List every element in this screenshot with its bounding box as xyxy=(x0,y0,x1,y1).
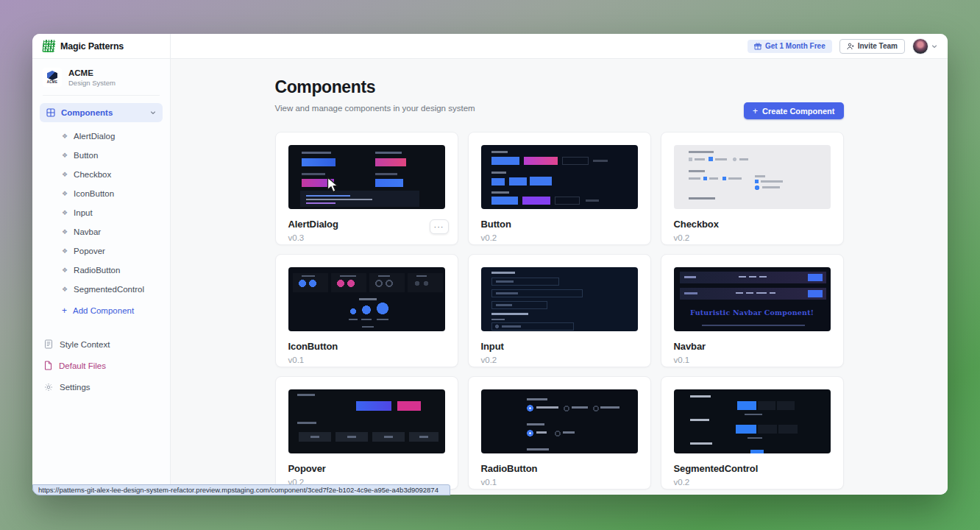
sidebar-item-input[interactable]: ❖Input xyxy=(32,203,170,222)
component-icon: ❖ xyxy=(62,229,68,236)
workspace-subtitle: Design System xyxy=(68,79,116,87)
get-month-free-button[interactable]: Get 1 Month Free xyxy=(748,40,832,53)
sidebar: ACME ACME Design System Components ❖Aler… xyxy=(32,59,171,495)
workspace-switcher[interactable]: ACME ACME Design System xyxy=(32,59,170,95)
magic-patterns-logo-icon xyxy=(42,40,56,52)
sidebar-divider xyxy=(43,95,160,96)
workspace-name: ACME xyxy=(68,68,116,77)
card-name: Navbar xyxy=(674,341,831,352)
navbar-thumbnail-text: Futuristic Navbar Component! xyxy=(674,308,831,317)
brand[interactable]: Magic Patterns xyxy=(32,34,171,58)
radiobutton-thumbnail xyxy=(481,389,638,453)
component-card-segmentedcontrol[interactable]: SegmentedControl v0.2 xyxy=(661,376,844,490)
sidebar-item-label: Input xyxy=(74,208,93,217)
document-icon xyxy=(44,339,53,349)
chevron-down-icon xyxy=(931,43,937,49)
card-name: Popover xyxy=(288,463,445,474)
sidebar-item-segmentedcontrol[interactable]: ❖SegmentedControl xyxy=(32,280,170,299)
component-card-checkbox[interactable]: Checkbox v0.2 xyxy=(661,132,844,245)
main-content: Components View and manage components in… xyxy=(171,59,948,495)
button-thumbnail xyxy=(481,145,638,209)
component-icon: ❖ xyxy=(62,191,68,197)
gear-icon xyxy=(44,383,53,392)
popover-thumbnail xyxy=(288,389,445,453)
app-window: Magic Patterns Get 1 Month Free Invite T… xyxy=(32,34,948,495)
component-icon: ❖ xyxy=(62,172,68,178)
sidebar-item-label: RadioButton xyxy=(74,266,120,275)
sidebar-item-label: AlertDialog xyxy=(74,132,115,141)
alertdialog-thumbnail xyxy=(288,145,445,209)
card-version: v0.2 xyxy=(481,233,638,242)
component-icon: ❖ xyxy=(62,286,68,293)
component-card-input[interactable]: Input v0.2 xyxy=(468,254,651,367)
card-name: SegmentedControl xyxy=(674,463,831,474)
sidebar-item-iconbutton[interactable]: ❖IconButton xyxy=(32,184,170,203)
component-card-iconbutton[interactable]: IconButton v0.1 xyxy=(275,254,458,367)
card-version: v0.3 xyxy=(288,233,445,242)
brand-name: Magic Patterns xyxy=(60,41,124,52)
component-card-radiobutton[interactable]: RadioButton v0.1 xyxy=(468,376,651,490)
component-icon: ❖ xyxy=(62,210,68,216)
add-component-button[interactable]: + Add Component xyxy=(32,301,170,320)
person-plus-icon xyxy=(847,43,854,50)
style-context-label: Style Context xyxy=(60,340,110,349)
input-thumbnail xyxy=(481,267,638,331)
acme-logo: ACME xyxy=(43,68,62,87)
grid-icon xyxy=(46,108,55,117)
navbar-thumbnail: Futuristic Navbar Component! xyxy=(674,267,831,331)
sidebar-item-button[interactable]: ❖Button xyxy=(32,146,170,165)
checkbox-thumbnail xyxy=(674,145,831,209)
component-card-button[interactable]: Button v0.2 xyxy=(468,132,651,245)
sidebar-item-default-files[interactable]: Default Files xyxy=(32,355,170,376)
status-url-bar: https://patterns-git-alex-lee-design-sys… xyxy=(32,484,450,495)
sidebar-item-label: Popover xyxy=(74,247,105,255)
card-name: IconButton xyxy=(288,341,445,352)
page-title: Components xyxy=(275,77,844,97)
acme-cube-icon xyxy=(47,71,57,80)
component-card-alertdialog[interactable]: AlertDialog v0.3 ··· xyxy=(275,132,458,245)
component-card-navbar[interactable]: Futuristic Navbar Component! Navbar v0.1 xyxy=(661,254,844,367)
sidebar-components-label: Components xyxy=(61,108,113,117)
iconbutton-thumbnail xyxy=(288,267,445,331)
card-overflow-menu-button[interactable]: ··· xyxy=(430,219,449,234)
sidebar-item-navbar[interactable]: ❖Navbar xyxy=(32,222,170,241)
card-name: AlertDialog xyxy=(288,219,445,230)
gift-icon xyxy=(754,43,761,50)
card-version: v0.1 xyxy=(674,356,831,364)
sidebar-item-components[interactable]: Components xyxy=(40,103,163,122)
create-component-label: Create Component xyxy=(762,107,834,116)
status-url-text: https://patterns-git-alex-lee-design-sys… xyxy=(38,486,438,494)
invite-team-button[interactable]: Invite Team xyxy=(839,39,905,54)
sidebar-item-checkbox[interactable]: ❖Checkbox xyxy=(32,165,170,184)
components-grid: AlertDialog v0.3 ··· Button v0.2 Checkbo… xyxy=(275,132,844,490)
card-name: RadioButton xyxy=(481,463,638,474)
sidebar-item-style-context[interactable]: Style Context xyxy=(32,333,170,355)
settings-label: Settings xyxy=(60,383,90,392)
sidebar-item-settings[interactable]: Settings xyxy=(32,376,170,398)
card-name: Checkbox xyxy=(674,219,831,230)
create-component-button[interactable]: + Create Component xyxy=(744,102,843,119)
sidebar-item-label: Navbar xyxy=(74,227,101,236)
account-menu[interactable] xyxy=(912,38,937,54)
sidebar-item-popover[interactable]: ❖Popover xyxy=(32,241,170,261)
get-month-free-label: Get 1 Month Free xyxy=(765,42,825,50)
default-files-label: Default Files xyxy=(59,361,106,370)
card-name: Input xyxy=(481,341,638,352)
avatar xyxy=(912,38,928,54)
add-component-label: Add Component xyxy=(73,306,134,315)
sidebar-item-label: Button xyxy=(74,151,98,160)
card-name: Button xyxy=(481,219,638,230)
card-version: v0.1 xyxy=(481,478,638,487)
plus-icon: + xyxy=(62,306,67,315)
component-icon: ❖ xyxy=(62,152,68,159)
sidebar-item-label: IconButton xyxy=(74,189,114,198)
segmentedcontrol-thumbnail xyxy=(674,389,831,453)
overflow-icon: ··· xyxy=(434,222,444,231)
header-actions: Get 1 Month Free Invite Team xyxy=(748,38,948,54)
sidebar-item-radiobutton[interactable]: ❖RadioButton xyxy=(32,261,170,280)
sidebar-item-alertdialog[interactable]: ❖AlertDialog xyxy=(32,127,170,146)
component-icon: ❖ xyxy=(62,267,68,274)
component-card-popover[interactable]: Popover v0.2 xyxy=(275,376,458,490)
chevron-down-icon xyxy=(150,110,156,116)
card-version: v0.2 xyxy=(674,233,831,242)
